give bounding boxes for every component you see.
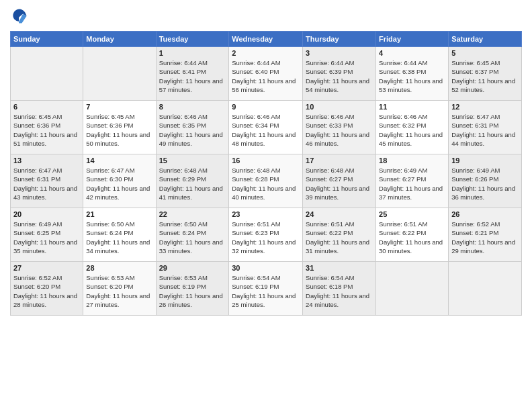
calendar-body: 1Sunrise: 6:44 AM Sunset: 6:41 PM Daylig… xyxy=(11,47,522,316)
day-info: Sunrise: 6:51 AM Sunset: 6:22 PM Dayligh… xyxy=(306,220,373,255)
day-info: Sunrise: 6:45 AM Sunset: 6:36 PM Dayligh… xyxy=(86,112,152,148)
calendar-cell: 26Sunrise: 6:52 AM Sunset: 6:21 PM Dayli… xyxy=(449,208,522,262)
calendar-cell: 18Sunrise: 6:49 AM Sunset: 6:27 PM Dayli… xyxy=(376,154,449,208)
header xyxy=(10,7,522,26)
day-number: 31 xyxy=(306,264,373,272)
weekday-header: Friday xyxy=(376,32,449,47)
day-number: 18 xyxy=(379,156,445,165)
calendar-cell: 25Sunrise: 6:51 AM Sunset: 6:22 PM Dayli… xyxy=(376,208,449,262)
day-info: Sunrise: 6:49 AM Sunset: 6:25 PM Dayligh… xyxy=(13,220,80,255)
day-info: Sunrise: 6:48 AM Sunset: 6:29 PM Dayligh… xyxy=(159,166,226,201)
weekday-header: Sunday xyxy=(11,32,83,47)
day-info: Sunrise: 6:46 AM Sunset: 6:32 PM Dayligh… xyxy=(379,112,445,148)
day-info: Sunrise: 6:46 AM Sunset: 6:34 PM Dayligh… xyxy=(232,112,300,148)
day-number: 3 xyxy=(306,49,373,57)
weekday-header: Wednesday xyxy=(229,32,303,47)
day-number: 5 xyxy=(451,49,519,57)
day-number: 28 xyxy=(86,264,152,272)
day-info: Sunrise: 6:50 AM Sunset: 6:24 PM Dayligh… xyxy=(159,220,226,255)
calendar-week-row: 13Sunrise: 6:47 AM Sunset: 6:31 PM Dayli… xyxy=(11,154,522,208)
day-info: Sunrise: 6:44 AM Sunset: 6:38 PM Dayligh… xyxy=(379,58,445,94)
day-number: 30 xyxy=(232,264,300,272)
calendar-cell: 1Sunrise: 6:44 AM Sunset: 6:41 PM Daylig… xyxy=(156,47,229,101)
calendar-cell: 8Sunrise: 6:46 AM Sunset: 6:35 PM Daylig… xyxy=(156,101,229,154)
calendar-cell: 31Sunrise: 6:54 AM Sunset: 6:18 PM Dayli… xyxy=(303,262,376,316)
day-info: Sunrise: 6:45 AM Sunset: 6:36 PM Dayligh… xyxy=(13,112,80,148)
day-number: 17 xyxy=(306,156,373,165)
day-info: Sunrise: 6:51 AM Sunset: 6:22 PM Dayligh… xyxy=(379,220,445,255)
day-info: Sunrise: 6:44 AM Sunset: 6:40 PM Dayligh… xyxy=(232,58,300,94)
calendar-cell: 28Sunrise: 6:53 AM Sunset: 6:20 PM Dayli… xyxy=(83,262,156,316)
day-number: 16 xyxy=(232,156,300,165)
calendar-cell: 30Sunrise: 6:54 AM Sunset: 6:19 PM Dayli… xyxy=(229,262,303,316)
calendar-cell: 11Sunrise: 6:46 AM Sunset: 6:32 PM Dayli… xyxy=(376,101,449,154)
day-number: 2 xyxy=(232,49,300,57)
day-number: 29 xyxy=(159,264,226,272)
calendar-cell: 6Sunrise: 6:45 AM Sunset: 6:36 PM Daylig… xyxy=(11,101,83,154)
calendar-cell: 7Sunrise: 6:45 AM Sunset: 6:36 PM Daylig… xyxy=(83,101,156,154)
day-info: Sunrise: 6:45 AM Sunset: 6:37 PM Dayligh… xyxy=(451,58,519,94)
calendar-cell: 16Sunrise: 6:48 AM Sunset: 6:28 PM Dayli… xyxy=(229,154,303,208)
calendar-cell: 21Sunrise: 6:50 AM Sunset: 6:24 PM Dayli… xyxy=(83,208,156,262)
calendar-cell: 20Sunrise: 6:49 AM Sunset: 6:25 PM Dayli… xyxy=(11,208,83,262)
day-number: 24 xyxy=(306,210,373,218)
logo-icon xyxy=(10,7,29,26)
day-info: Sunrise: 6:50 AM Sunset: 6:24 PM Dayligh… xyxy=(86,220,152,255)
calendar-cell: 5Sunrise: 6:45 AM Sunset: 6:37 PM Daylig… xyxy=(449,47,522,101)
day-number: 26 xyxy=(451,210,519,218)
calendar-cell: 2Sunrise: 6:44 AM Sunset: 6:40 PM Daylig… xyxy=(229,47,303,101)
calendar-cell: 19Sunrise: 6:49 AM Sunset: 6:26 PM Dayli… xyxy=(449,154,522,208)
day-info: Sunrise: 6:46 AM Sunset: 6:35 PM Dayligh… xyxy=(159,112,226,148)
calendar-cell xyxy=(449,262,522,316)
day-info: Sunrise: 6:52 AM Sunset: 6:21 PM Dayligh… xyxy=(451,220,519,255)
day-info: Sunrise: 6:48 AM Sunset: 6:27 PM Dayligh… xyxy=(306,166,373,201)
day-number: 25 xyxy=(379,210,445,218)
page: SundayMondayTuesdayWednesdayThursdayFrid… xyxy=(0,0,532,411)
calendar-cell: 13Sunrise: 6:47 AM Sunset: 6:31 PM Dayli… xyxy=(11,154,83,208)
weekday-header: Monday xyxy=(83,32,156,47)
calendar-week-row: 1Sunrise: 6:44 AM Sunset: 6:41 PM Daylig… xyxy=(11,47,522,101)
day-number: 12 xyxy=(451,103,519,111)
day-info: Sunrise: 6:53 AM Sunset: 6:20 PM Dayligh… xyxy=(86,273,152,309)
calendar-week-row: 27Sunrise: 6:52 AM Sunset: 6:20 PM Dayli… xyxy=(11,262,522,316)
day-info: Sunrise: 6:49 AM Sunset: 6:26 PM Dayligh… xyxy=(451,166,519,201)
day-number: 14 xyxy=(86,156,152,165)
day-number: 6 xyxy=(13,103,80,111)
day-number: 13 xyxy=(13,156,80,165)
day-info: Sunrise: 6:53 AM Sunset: 6:19 PM Dayligh… xyxy=(159,273,226,309)
calendar-cell: 27Sunrise: 6:52 AM Sunset: 6:20 PM Dayli… xyxy=(11,262,83,316)
weekday-header: Saturday xyxy=(449,32,522,47)
day-number: 22 xyxy=(159,210,226,218)
calendar-cell: 14Sunrise: 6:47 AM Sunset: 6:30 PM Dayli… xyxy=(83,154,156,208)
day-number: 9 xyxy=(232,103,300,111)
day-number: 8 xyxy=(159,103,226,111)
day-info: Sunrise: 6:51 AM Sunset: 6:23 PM Dayligh… xyxy=(232,220,300,255)
day-info: Sunrise: 6:48 AM Sunset: 6:28 PM Dayligh… xyxy=(232,166,300,201)
calendar: SundayMondayTuesdayWednesdayThursdayFrid… xyxy=(10,31,522,316)
calendar-cell: 23Sunrise: 6:51 AM Sunset: 6:23 PM Dayli… xyxy=(229,208,303,262)
calendar-cell xyxy=(11,47,83,101)
calendar-cell: 4Sunrise: 6:44 AM Sunset: 6:38 PM Daylig… xyxy=(376,47,449,101)
weekday-row: SundayMondayTuesdayWednesdayThursdayFrid… xyxy=(11,32,522,47)
day-info: Sunrise: 6:47 AM Sunset: 6:31 PM Dayligh… xyxy=(13,166,80,201)
calendar-week-row: 20Sunrise: 6:49 AM Sunset: 6:25 PM Dayli… xyxy=(11,208,522,262)
logo xyxy=(10,7,32,26)
day-info: Sunrise: 6:47 AM Sunset: 6:30 PM Dayligh… xyxy=(86,166,152,201)
calendar-cell xyxy=(83,47,156,101)
weekday-header: Thursday xyxy=(303,32,376,47)
day-number: 27 xyxy=(13,264,80,272)
day-number: 21 xyxy=(86,210,152,218)
day-number: 4 xyxy=(379,49,445,57)
calendar-header: SundayMondayTuesdayWednesdayThursdayFrid… xyxy=(11,32,522,47)
calendar-cell: 10Sunrise: 6:46 AM Sunset: 6:33 PM Dayli… xyxy=(303,101,376,154)
day-info: Sunrise: 6:47 AM Sunset: 6:31 PM Dayligh… xyxy=(451,112,519,148)
day-number: 1 xyxy=(159,49,226,57)
day-number: 20 xyxy=(13,210,80,218)
day-info: Sunrise: 6:44 AM Sunset: 6:39 PM Dayligh… xyxy=(306,58,373,94)
calendar-cell: 12Sunrise: 6:47 AM Sunset: 6:31 PM Dayli… xyxy=(449,101,522,154)
calendar-cell: 22Sunrise: 6:50 AM Sunset: 6:24 PM Dayli… xyxy=(156,208,229,262)
day-info: Sunrise: 6:54 AM Sunset: 6:19 PM Dayligh… xyxy=(232,273,300,309)
calendar-cell: 3Sunrise: 6:44 AM Sunset: 6:39 PM Daylig… xyxy=(303,47,376,101)
calendar-cell: 24Sunrise: 6:51 AM Sunset: 6:22 PM Dayli… xyxy=(303,208,376,262)
day-number: 15 xyxy=(159,156,226,165)
